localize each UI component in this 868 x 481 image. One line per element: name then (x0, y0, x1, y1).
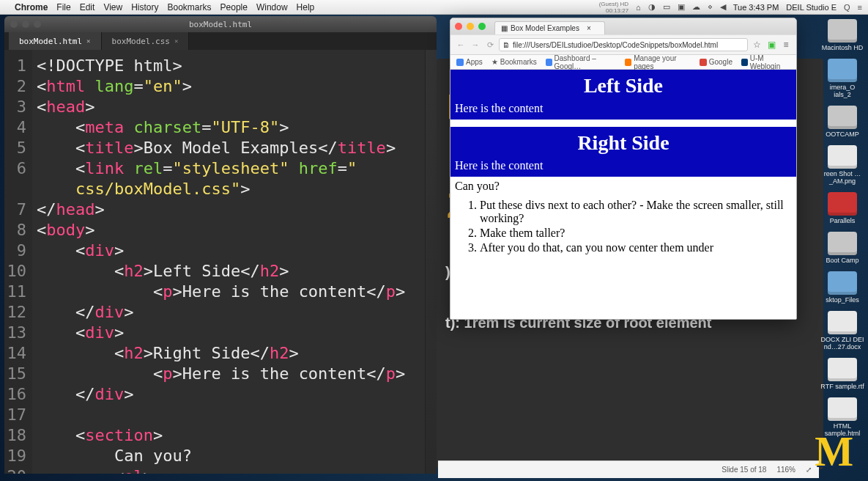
chrome-toolbar: ← → ⟳ 🗎 file:///Users/DEILstudioe/Deskto… (450, 34, 796, 55)
star-icon[interactable]: ☆ (751, 40, 763, 50)
menubar-clock[interactable]: Tue 3:43 PM (733, 3, 779, 12)
html-icon (828, 397, 857, 421)
editor-minimize-icon[interactable] (22, 21, 29, 28)
slide-footer: Slide 15 of 18 116% ⤢ (438, 460, 819, 478)
desktop-item[interactable]: reen Shot …_AM.png (820, 145, 864, 185)
close-icon[interactable]: × (174, 37, 178, 45)
window-minimize-icon[interactable] (467, 23, 474, 30)
window-close-icon[interactable] (455, 23, 462, 30)
file-scheme-icon: 🗎 (502, 41, 510, 49)
list-item: Put these divs next to each other? - Mak… (480, 199, 792, 225)
line-number-gutter: 1 2 3 4 5 6 7 8 9 10 11 12 13 14 15 16 1… (4, 50, 32, 474)
menu-icon[interactable]: ≡ (780, 40, 792, 50)
bookmark-star[interactable]: ★ Bookmarks (492, 58, 537, 66)
desktop-item[interactable]: Parallels (820, 192, 864, 224)
menu-history[interactable]: History (131, 2, 158, 12)
right-box: Right Side Here is the content (450, 127, 796, 177)
app-name[interactable]: Chrome (15, 2, 48, 12)
bookmark-dashboard[interactable]: Dashboard – Googl… (546, 54, 617, 70)
image-icon (828, 145, 857, 169)
menu-list-icon[interactable]: ≡ (858, 3, 862, 12)
reload-icon[interactable]: ⟳ (484, 40, 496, 50)
page-favicon-icon: ▦ (501, 24, 508, 32)
menubar-user[interactable]: DEIL Studio E (786, 3, 837, 12)
editor-zoom-icon[interactable] (34, 21, 41, 28)
menu-file[interactable]: File (56, 2, 70, 12)
bookmark-manage[interactable]: Manage your pages (625, 54, 690, 70)
hd-icon (828, 106, 857, 129)
michigan-logo-icon: M (815, 428, 853, 475)
hd-icon (828, 232, 857, 255)
desktop-item[interactable]: RTF sample.rtf (820, 358, 864, 390)
question-text: Can you? (455, 180, 792, 193)
code-editor-window: boxModel.html boxModel.html × boxModel.c… (4, 16, 437, 474)
desktop-item[interactable]: DOCX ZLI DEI nd…27.docx (820, 311, 864, 350)
editor-tabs: boxModel.html × boxModel.css × (4, 32, 437, 50)
extension-icon[interactable]: ▣ (765, 40, 777, 50)
browser-tab[interactable]: ▦ Box Model Examples × (494, 21, 605, 34)
menu-bookmarks[interactable]: Bookmarks (168, 2, 212, 12)
back-icon[interactable]: ← (455, 40, 467, 49)
docx-icon (828, 311, 857, 334)
bookmarks-bar: Apps ★ Bookmarks Dashboard – Googl… Mana… (450, 55, 796, 70)
browser-tab-title: Box Model Examples (511, 24, 579, 32)
editor-tab-label: boxModel.html (19, 37, 82, 46)
display-icon[interactable]: ▭ (663, 2, 670, 12)
close-icon[interactable]: × (86, 37, 90, 45)
editor-close-icon[interactable] (10, 21, 18, 28)
hd-icon (828, 19, 857, 43)
spotlight-icon[interactable]: Q (844, 3, 850, 12)
folder-icon (828, 271, 857, 295)
address-bar[interactable]: 🗎 file:///Users/DEILstudioe/Desktop/Code… (499, 38, 748, 51)
page-viewport[interactable]: Left Side Here is the content Right Side… (450, 70, 796, 319)
menu-people[interactable]: People (220, 2, 248, 12)
code-area[interactable]: 1 2 3 4 5 6 7 8 9 10 11 12 13 14 15 16 1… (4, 50, 437, 474)
close-icon[interactable]: × (587, 24, 591, 32)
list-item: After you do that, can you now center th… (480, 241, 792, 254)
slide-count: Slide 15 of 18 (722, 466, 766, 474)
menu-help[interactable]: Help (297, 2, 315, 12)
right-heading: Right Side (455, 131, 792, 155)
desktop-item[interactable]: Macintosh HD (820, 19, 864, 51)
bookmark-apps[interactable]: Apps (456, 58, 483, 66)
dropbox-icon[interactable]: ⌂ (636, 3, 641, 12)
editor-tab-html[interactable]: boxModel.html × (9, 32, 102, 50)
guest-badge: (Guest) HD00:13:27 (599, 1, 628, 14)
window-zoom-icon[interactable] (478, 23, 486, 30)
question-section: Can you? Put these divs next to each oth… (450, 177, 796, 259)
menu-view[interactable]: View (103, 2, 122, 12)
rtf-icon (828, 358, 857, 381)
desktop-item[interactable]: Boot Camp (820, 232, 864, 264)
editor-title: boxModel.html (189, 20, 252, 29)
desktop-item[interactable]: imera_O ials_2 (820, 59, 864, 98)
menu-edit[interactable]: Edit (80, 2, 95, 12)
slide-zoom: 116% (776, 466, 795, 474)
folder-icon (828, 59, 857, 82)
sync-icon[interactable]: ◑ (648, 2, 656, 12)
editor-tab-css[interactable]: boxModel.css × (102, 32, 190, 50)
left-heading: Left Side (455, 74, 792, 98)
volume-icon[interactable]: ◀ (720, 2, 726, 12)
editor-titlebar[interactable]: boxModel.html (4, 16, 437, 32)
wifi-icon[interactable]: ⋄ (708, 2, 713, 12)
slide-expand-icon[interactable]: ⤢ (806, 466, 812, 474)
app-icon (828, 192, 857, 216)
bookmark-weblogin[interactable]: U-M Weblogin (741, 54, 790, 70)
cloud-icon[interactable]: ☁︎ (692, 2, 700, 12)
desktop-item[interactable]: sktop_Files (820, 271, 864, 304)
code-body[interactable]: <!DOCTYPE html> <html lang="en"> <head> … (32, 50, 437, 474)
left-content: Here is the content (455, 102, 792, 115)
bookmark-google[interactable]: Google (700, 58, 732, 66)
editor-tab-label: boxModel.css (112, 37, 170, 46)
forward-icon[interactable]: → (470, 40, 481, 49)
left-box: Left Side Here is the content (450, 70, 796, 120)
chrome-window: ▦ Box Model Examples × ← → ⟳ 🗎 file:///U… (450, 18, 797, 320)
airplay-icon[interactable]: ▣ (678, 2, 685, 12)
desktop-icon-column: Macintosh HD imera_O ials_2 OOTCAMP reen… (820, 19, 865, 437)
chrome-tabstrip: ▦ Box Model Examples × (450, 18, 796, 34)
editor-minimap[interactable] (425, 50, 437, 474)
desktop-item[interactable]: OOTCAMP (820, 106, 864, 138)
menu-window[interactable]: Window (256, 2, 288, 12)
list-item: Make them taller? (480, 227, 792, 240)
right-content: Here is the content (455, 159, 792, 172)
